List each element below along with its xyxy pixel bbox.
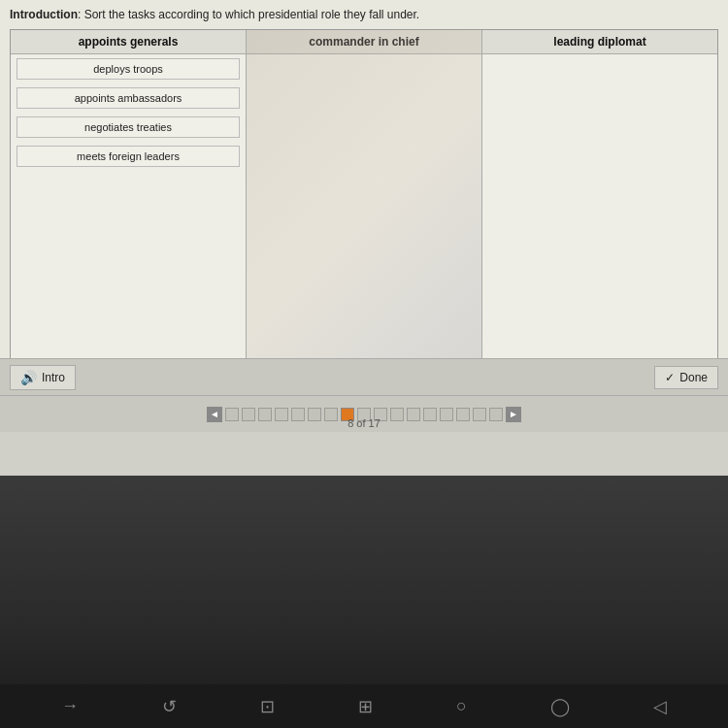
prev-icon[interactable]: ◁ (653, 696, 667, 717)
page-label: 8 of 17 (0, 417, 728, 429)
task-deploys-troops[interactable]: deploys troops (17, 58, 240, 80)
multitask-icon[interactable]: ⊞ (358, 696, 373, 717)
diplomat-column-header: leading diplomat (482, 30, 717, 54)
check-icon: ✓ (665, 371, 675, 384)
back-icon[interactable]: → (61, 696, 79, 716)
diplomat-column[interactable]: leading diplomat (482, 30, 717, 372)
speaker-icon: 🔊 (20, 370, 37, 385)
content-area: Introduction: Sort the tasks according t… (0, 0, 728, 388)
source-column: appoints generals deploys troops appoint… (11, 30, 247, 372)
task-negotiates-treaties[interactable]: negotiates treaties (17, 116, 240, 138)
laptop-bottom: DELL → ↺ ⊡ ⊞ ○ ◯ ◁ (0, 476, 728, 728)
taskbar: → ↺ ⊡ ⊞ ○ ◯ ◁ (0, 684, 728, 728)
commander-column[interactable]: commander in chief (247, 30, 482, 372)
intro-button-label: Intro (42, 371, 65, 384)
source-column-header: appoints generals (11, 30, 246, 54)
circle-icon[interactable]: ◯ (550, 696, 570, 717)
intro-label: Introduction (10, 8, 78, 21)
intro-instruction: : Sort the tasks according to which pres… (78, 8, 419, 21)
intro-button[interactable]: 🔊 Intro (10, 365, 76, 390)
refresh-icon[interactable]: ↺ (162, 696, 177, 717)
bottom-bar: 🔊 Intro ✓ Done (0, 358, 728, 395)
screen: Introduction: Sort the tasks according t… (0, 0, 728, 476)
commander-bg-image (247, 30, 481, 372)
window-icon[interactable]: ⊡ (260, 696, 275, 717)
home-icon[interactable]: ○ (456, 696, 467, 716)
task-appoints-ambassadors[interactable]: appoints ambassadors (17, 87, 240, 109)
done-button[interactable]: ✓ Done (654, 366, 718, 389)
done-button-label: Done (679, 371, 708, 384)
intro-text: Introduction: Sort the tasks according t… (10, 8, 718, 21)
task-meets-foreign-leaders[interactable]: meets foreign leaders (17, 146, 240, 167)
columns-wrapper: appoints generals deploys troops appoint… (10, 29, 718, 373)
